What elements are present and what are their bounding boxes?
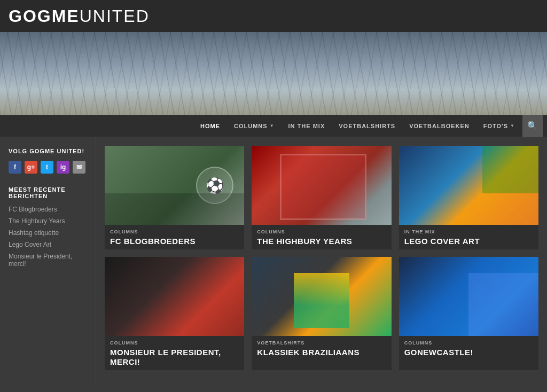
twitter-icon[interactable]: t [41,161,53,174]
site-header: GOGMEUNITED [0,0,547,32]
fotos-dropdown-arrow: ▼ [510,123,515,128]
post-meta-brazil: VOETBALSHIRTS KLASSIEK BRAZILIAANS [252,336,391,360]
search-button[interactable]: 🔍 [522,115,543,137]
post-title-4: KLASSIEK BRAZILIAANS [257,348,386,357]
blatter-image [105,257,244,336]
recent-post-1[interactable]: The Highbury Years [9,217,87,225]
main-container: VOLG GOGME UNITED! f g+ t ig ✉ MEEST REC… [0,137,547,386]
social-icons-group: f g+ t ig ✉ [9,161,87,174]
post-image-lego [399,146,538,225]
post-image-president [105,257,244,336]
post-meta-newcastle: COLUMNS GONEWCASTLE! [399,336,538,360]
post-image-brazil [252,257,391,336]
post-image-newcastle [399,257,538,336]
post-category-1: COLUMNS [257,229,386,234]
post-title-3: MONSIEUR LE PRESIDENT, MERCI! [110,348,239,367]
post-card-newcastle[interactable]: COLUMNS GONEWCASTLE! [399,257,538,370]
arsenal-image [252,146,391,225]
football-icon: ⚽ [206,177,224,194]
nav-items-container: HOME COLUMNS ▼ IN THE MIX VOETBALSHIRTS … [194,115,543,137]
site-logo[interactable]: GOGMEUNITED [9,6,150,26]
main-nav: HOME COLUMNS ▼ IN THE MIX VOETBALSHIRTS … [0,115,547,137]
nav-item-in-the-mix[interactable]: IN THE MIX [282,115,332,137]
post-title-1: THE HIGHBURY YEARS [257,237,386,246]
email-icon[interactable]: ✉ [73,161,85,174]
facebook-icon[interactable]: f [9,161,21,174]
post-category-3: COLUMNS [110,340,239,346]
post-category-0: COLUMNS [110,229,239,234]
columns-dropdown-arrow: ▼ [270,123,275,128]
search-icon: 🔍 [527,121,538,131]
post-image-highbury [252,146,391,225]
post-meta-fc-blogbroeders: COLUMNS FC BLOGBROEDERS [105,225,244,249]
recent-post-0[interactable]: FC Blogbroeders [9,206,87,213]
sidebar: VOLG GOGME UNITED! f g+ t ig ✉ MEEST REC… [0,137,96,386]
post-category-5: COLUMNS [404,340,533,346]
post-title-5: GONEWCASTLE! [404,348,533,357]
site-title-light: UNITED [80,6,150,26]
content-area: ⚽ COLUMNS FC BLOGBROEDERS COLUMNS THE HI… [96,137,547,386]
post-card-brazil[interactable]: VOETBALSHIRTS KLASSIEK BRAZILIAANS [252,257,391,370]
post-meta-president: COLUMNS MONSIEUR LE PRESIDENT, MERCI! [105,336,244,370]
post-image-fc-blogbroeders: ⚽ [105,146,244,225]
recent-post-2[interactable]: Hashtag etiquette [9,229,87,237]
lego-image [399,146,538,225]
google-plus-icon[interactable]: g+ [25,161,37,174]
post-card-highbury[interactable]: COLUMNS THE HIGHBURY YEARS [252,146,391,249]
hero-image [0,32,547,115]
site-title-bold: GOGME [9,6,80,26]
post-meta-lego: IN THE MIX LEGO COVER ART [399,225,538,249]
recent-post-4[interactable]: Monsieur le President, merci! [9,253,87,268]
nav-item-home[interactable]: HOME [194,115,226,137]
posts-grid-row2: COLUMNS MONSIEUR LE PRESIDENT, MERCI! VO… [105,257,538,370]
nav-item-fotos[interactable]: FOTO'S ▼ [477,115,521,137]
recent-post-3[interactable]: Lego Cover Art [9,241,87,248]
hero-overlay [0,32,547,115]
post-card-president[interactable]: COLUMNS MONSIEUR LE PRESIDENT, MERCI! [105,257,244,370]
nav-item-voetbalboeken[interactable]: VOETBALBOEKEN [403,115,476,137]
post-meta-highbury: COLUMNS THE HIGHBURY YEARS [252,225,391,249]
post-card-lego[interactable]: IN THE MIX LEGO COVER ART [399,146,538,249]
recent-posts-title: MEEST RECENTE BERICHTEN [9,186,87,199]
newcastle-image [399,257,538,336]
ball-badge: ⚽ [196,167,233,204]
post-title-0: FC BLOGBROEDERS [110,237,239,246]
brazil-image [252,257,391,336]
post-category-2: IN THE MIX [404,229,533,234]
instagram-icon[interactable]: ig [57,161,69,174]
post-category-4: VOETBALSHIRTS [257,340,386,346]
nav-item-voetbalshirts[interactable]: VOETBALSHIRTS [332,115,402,137]
nav-item-columns[interactable]: COLUMNS ▼ [228,115,281,137]
post-card-fc-blogbroeders[interactable]: ⚽ COLUMNS FC BLOGBROEDERS [105,146,244,249]
follow-title: VOLG GOGME UNITED! [9,148,87,154]
posts-grid-row1: ⚽ COLUMNS FC BLOGBROEDERS COLUMNS THE HI… [105,146,538,249]
team-image: ⚽ [105,146,244,225]
post-title-2: LEGO COVER ART [404,237,533,246]
